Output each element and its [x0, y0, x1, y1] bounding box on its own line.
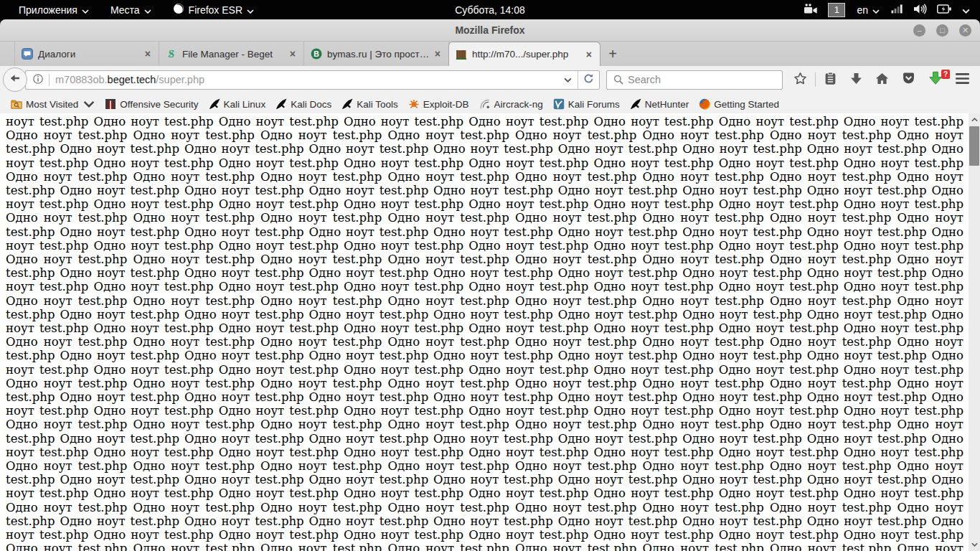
bookmark-item-kali-linux[interactable]: Kali Linux	[204, 95, 271, 113]
bookmark-label: Kali Linux	[224, 99, 266, 110]
url-domain: beget.tech	[108, 74, 156, 85]
workspace-indicator[interactable]: 1	[828, 3, 845, 17]
bookmark-label: NetHunter	[645, 99, 689, 110]
svg-text:B: B	[314, 50, 319, 58]
offsec-icon	[105, 98, 116, 110]
vertical-scrollbar[interactable]	[969, 113, 980, 551]
pocket-button[interactable]	[895, 67, 922, 92]
beget-favicon-icon: S	[166, 48, 177, 60]
tab-close-icon[interactable]: ×	[288, 48, 297, 60]
bookmark-label: Most Visited	[26, 99, 78, 110]
url-bar[interactable]: m70883ob.beget.tech/super.php	[25, 70, 600, 90]
tab-close-icon[interactable]: ×	[585, 49, 593, 60]
fence-favicon-icon	[456, 49, 467, 60]
svg-text:S: S	[169, 49, 174, 60]
bookmark-item-kali-tools[interactable]: Kali Tools	[336, 95, 403, 113]
tab-label: http://m70.../super.php	[472, 49, 580, 60]
search-bar[interactable]	[606, 70, 783, 90]
bookmarks-menu-button[interactable]	[817, 67, 844, 92]
url-text[interactable]: m70883ob.beget.tech/super.php	[50, 74, 558, 85]
firefox-window: Mozilla Firefox – □ ✕ Диалоги×SFile Mana…	[0, 19, 980, 551]
bookmark-label: Exploit-DB	[423, 99, 469, 110]
back-button[interactable]	[3, 67, 27, 92]
tab-label: File Manager - Beget	[182, 49, 283, 60]
bookmark-item-offensive-security[interactable]: Offensive Security	[100, 95, 203, 113]
keyboard-layout-label: en	[857, 4, 868, 16]
new-tab-button[interactable]: +	[600, 42, 625, 66]
firefox-appmenu[interactable]: Firefox ESR	[164, 0, 263, 19]
download-arrow-icon	[850, 72, 862, 88]
tab-4[interactable]: http://m70.../super.php×	[448, 42, 600, 66]
chevron-down-icon	[83, 98, 95, 110]
urlbar-dropdown-button[interactable]	[558, 77, 578, 83]
bookmark-item-most-visited[interactable]: Most Visited	[6, 95, 100, 113]
menu-button[interactable]	[949, 67, 976, 92]
folder-icon	[11, 98, 22, 110]
places-menu[interactable]: Места	[102, 0, 160, 19]
downloads-button[interactable]	[844, 67, 869, 92]
bookmark-star-button[interactable]	[787, 67, 814, 92]
dagger-icon	[630, 98, 641, 110]
dagger-icon	[341, 98, 353, 110]
scrollbar-thumb[interactable]	[969, 126, 979, 166]
bookmark-label: Kali Forums	[568, 99, 620, 110]
star-icon	[793, 72, 807, 88]
bookmark-item-aircrack-ng[interactable]: Aircrack-ng	[474, 95, 548, 113]
scroll-up-arrow-icon[interactable]	[969, 114, 980, 126]
desktop-top-panel: Приложения Места Firefox ESR Суббота, 14…	[0, 0, 980, 19]
dagger-icon	[209, 98, 220, 110]
chevron-down-icon	[144, 4, 151, 16]
url-subdomain: m70883ob.	[55, 74, 108, 85]
bookmark-label: Kali Docs	[291, 99, 331, 110]
tab-label: Диалоги	[38, 49, 138, 60]
video-download-extension-button[interactable]: ?	[922, 67, 949, 92]
search-icon	[607, 74, 628, 85]
reload-button[interactable]	[578, 71, 599, 89]
tab-1[interactable]: Диалоги×	[14, 42, 159, 66]
system-menu-chevron-icon[interactable]	[962, 4, 970, 16]
tab-label: bymas.ru | Это прост…	[327, 49, 428, 60]
tab-2[interactable]: SFile Manager - Beget×	[159, 42, 304, 66]
toolbar-separator	[815, 72, 816, 87]
screen: Приложения Места Firefox ESR Суббота, 14…	[0, 0, 980, 551]
keyboard-layout-menu[interactable]: en	[855, 0, 881, 19]
clock-label: Суббота, 14:08	[455, 4, 525, 16]
bookmark-label: Offensive Security	[120, 99, 198, 110]
applications-menu[interactable]: Приложения	[10, 0, 98, 19]
applications-menu-label: Приложения	[19, 4, 77, 16]
clock[interactable]: Суббота, 14:08	[455, 0, 525, 19]
page-text: ноут test.php Одно ноут test.php Одно но…	[0, 113, 969, 551]
scroll-down-arrow-icon[interactable]	[969, 539, 980, 550]
bookmark-item-kali-docs[interactable]: Kali Docs	[270, 95, 336, 113]
bookmarks-toolbar: Most VisitedOffensive SecurityKali Linux…	[0, 93, 980, 116]
bookmark-item-nethunter[interactable]: NetHunter	[625, 95, 694, 113]
reload-icon	[583, 73, 594, 86]
url-path: /super.php	[156, 74, 204, 85]
close-button[interactable]: ✕	[959, 24, 971, 37]
home-button[interactable]	[869, 67, 895, 92]
window-title: Mozilla Firefox	[455, 24, 524, 36]
battery-icon[interactable]	[937, 4, 952, 16]
tab-close-icon[interactable]: ×	[143, 48, 152, 60]
edb-icon	[408, 98, 420, 110]
maximize-button[interactable]: □	[936, 24, 948, 37]
bookmark-label: Kali Tools	[357, 99, 398, 110]
window-titlebar[interactable]: Mozilla Firefox – □ ✕	[0, 19, 980, 42]
minimize-button[interactable]: –	[913, 24, 925, 37]
chevron-down-icon	[872, 4, 880, 16]
places-menu-label: Места	[110, 4, 140, 16]
pocket-icon	[902, 72, 915, 88]
clipboard-icon	[824, 72, 837, 88]
volume-icon[interactable]	[913, 4, 927, 17]
screen-recorder-icon	[804, 4, 818, 17]
bookmark-item-exploit-db[interactable]: Exploit-DB	[403, 95, 474, 113]
chevron-down-icon	[247, 4, 254, 16]
tab-close-icon[interactable]: ×	[433, 48, 442, 60]
search-input[interactable]	[628, 74, 782, 85]
bookmark-item-getting-started[interactable]: Getting Started	[694, 95, 784, 113]
dagger-icon	[275, 98, 287, 110]
bookmark-item-kali-forums[interactable]: Kali Forums	[548, 95, 625, 113]
site-identity-button[interactable]	[26, 73, 49, 87]
tab-3[interactable]: Bbymas.ru | Это прост…×	[304, 42, 449, 66]
firefox-mono-icon	[173, 3, 184, 17]
